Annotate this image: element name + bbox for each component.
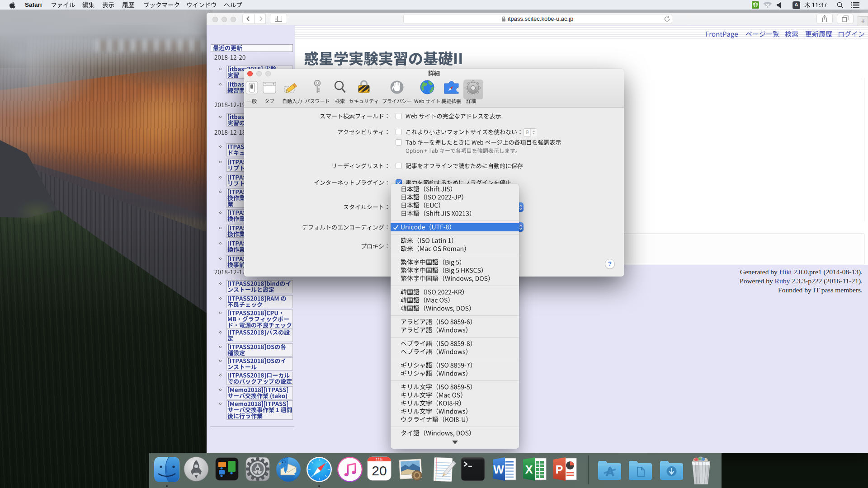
svg-text:12月: 12月 [376,457,383,461]
svg-text:X: X [525,463,533,476]
svg-text:20: 20 [372,463,387,478]
svg-text:W: W [493,463,504,476]
svg-text:P: P [556,463,563,476]
